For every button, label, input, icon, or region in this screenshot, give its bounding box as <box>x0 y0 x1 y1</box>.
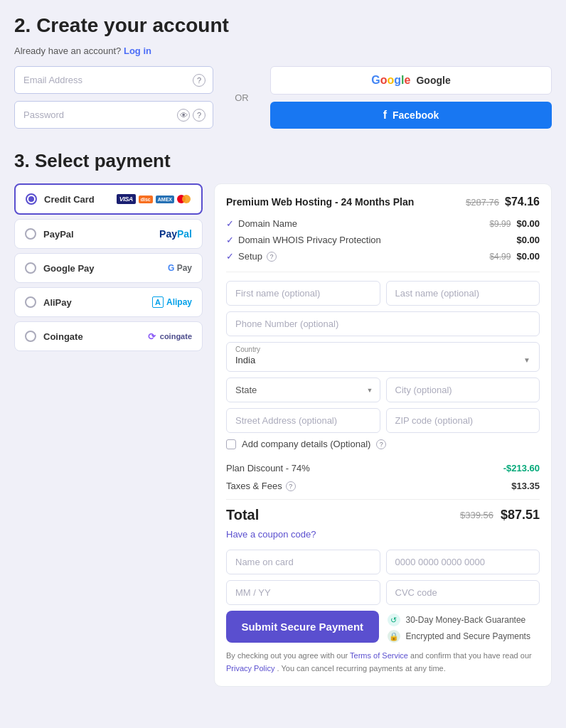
gpay-logo: G Pay <box>168 263 192 273</box>
payment-method-credit-card[interactable]: Credit Card VISA disc AMEX <box>14 183 203 215</box>
plan-name: Premium Web Hosting - 24 Months Plan <box>226 196 414 208</box>
discount-row: Plan Discount - 74% -$213.60 <box>226 459 540 477</box>
state-city-row: State <box>226 378 540 402</box>
alipay-logo-wrap: A Alipay <box>152 296 192 308</box>
paypal-label: PayPal <box>43 229 152 240</box>
submit-button[interactable]: Submit Secure Payment <box>226 611 379 643</box>
plan-prices: $287.76 $74.16 <box>466 196 540 208</box>
feature-domain: ✓ Domain Name $9.99 $0.00 <box>226 215 540 232</box>
country-chevron-icon: ▼ <box>523 356 530 364</box>
mastercard-logo <box>177 194 191 204</box>
feature-domain-name: Domain Name <box>238 218 297 229</box>
credit-card-label: Credit Card <box>44 194 110 205</box>
section2-title: 2. Create your account <box>14 14 552 37</box>
domain-old-price: $9.99 <box>489 219 511 229</box>
amex-logo: AMEX <box>156 196 174 203</box>
total-old-price: $339.56 <box>460 510 493 520</box>
or-divider: OR <box>228 92 256 103</box>
company-label: Add company details (Optional) <box>242 439 370 449</box>
email-help-icon[interactable]: ? <box>193 74 205 87</box>
money-back-icon: ↺ <box>388 614 400 626</box>
company-checkbox-row: Add company details (Optional) ? <box>226 439 540 449</box>
feature-whois-name: Domain WHOIS Privacy Protection <box>238 235 381 245</box>
paypal-logo-wrap: PayPal <box>159 228 192 240</box>
coingate-text: coingate <box>160 332 192 341</box>
paypal-logo: PayPal <box>159 228 192 240</box>
feature-whois: ✓ Domain WHOIS Privacy Protection $0.00 <box>226 232 540 248</box>
submit-section: Submit Secure Payment ↺ 30-Day Money-Bac… <box>226 611 540 650</box>
payment-method-paypal[interactable]: PayPal PayPal <box>14 219 203 249</box>
card-expiry-cvc-row <box>226 580 540 605</box>
password-eye-icon[interactable]: 👁 <box>177 109 190 122</box>
setup-info-icon[interactable]: ? <box>267 252 277 262</box>
google-pay-radio <box>25 262 36 274</box>
google-g-icon: Google <box>371 74 410 87</box>
domain-new-price: $0.00 <box>516 218 540 229</box>
plan-original-price: $287.76 <box>466 197 499 208</box>
feature-setup: ✓ Setup ? $4.99 $0.00 <box>226 248 540 264</box>
last-name-input[interactable] <box>386 281 540 306</box>
card-name-number-row <box>226 550 540 574</box>
email-icons: ? <box>193 74 205 87</box>
state-select[interactable]: State <box>226 378 380 402</box>
coingate-logo-wrap: ⟳ coingate <box>148 331 192 342</box>
street-input[interactable] <box>226 408 380 433</box>
already-have-text: Already have an account? Log in <box>14 46 552 56</box>
country-select-wrap: Country India United States United Kingd… <box>226 342 540 372</box>
check-icon-setup: ✓ <box>226 251 234 262</box>
social-buttons: Google Google f Facebook <box>270 66 552 129</box>
section3-title: 3. Select payment <box>14 150 552 172</box>
google-button[interactable]: Google Google <box>270 66 552 95</box>
zip-input[interactable] <box>386 408 540 433</box>
first-name-input[interactable] <box>226 281 380 306</box>
money-back-label: 30-Day Money-Back Guarantee <box>406 615 526 625</box>
google-pay-label: Google Pay <box>43 263 161 274</box>
whois-new-price: $0.00 <box>516 235 540 245</box>
coingate-label: Coingate <box>43 331 141 342</box>
login-link[interactable]: Log in <box>124 46 151 56</box>
coupon-link[interactable]: Have a coupon code? <box>226 529 540 540</box>
coingate-icon: ⟳ <box>148 331 156 342</box>
card-cvc-input[interactable] <box>386 580 540 605</box>
privacy-policy-link[interactable]: Privacy Policy <box>226 664 274 673</box>
country-select[interactable]: India United States United Kingdom <box>235 355 520 365</box>
state-select-wrap: State <box>226 378 380 402</box>
payment-method-coingate[interactable]: Coingate ⟳ coingate <box>14 321 203 351</box>
secure-payment-label: Encrypted and Secure Payments <box>406 631 530 641</box>
payment-details-panel: Premium Web Hosting - 24 Months Plan $28… <box>214 183 552 687</box>
discount-value: -$213.60 <box>503 463 540 473</box>
card-expiry-input[interactable] <box>226 580 380 605</box>
total-label: Total <box>226 507 259 523</box>
check-icon-whois: ✓ <box>226 235 234 245</box>
total-row: Total $339.56 $87.51 <box>226 499 540 529</box>
credit-card-radio <box>26 193 37 205</box>
payment-method-google-pay[interactable]: Google Pay G Pay <box>14 253 203 283</box>
card-name-input[interactable] <box>226 550 380 574</box>
money-back-badge: ↺ 30-Day Money-Back Guarantee <box>388 614 540 626</box>
terms-of-service-link[interactable]: Terms of Service <box>350 651 408 660</box>
facebook-icon: f <box>383 109 387 122</box>
account-inputs: ? 👁 ? <box>14 66 213 129</box>
taxes-info-icon[interactable]: ? <box>286 481 296 491</box>
credit-card-logos: VISA disc AMEX <box>117 194 191 204</box>
company-info-icon[interactable]: ? <box>376 439 386 449</box>
taxes-label: Taxes & Fees ? <box>226 481 296 491</box>
plan-current-price: $74.16 <box>505 196 540 208</box>
taxes-value: $13.35 <box>511 481 540 491</box>
city-input[interactable] <box>386 378 540 402</box>
phone-field-wrap <box>226 311 540 336</box>
email-input-wrap: ? <box>14 66 213 94</box>
terms-text: By checking out you agree with our Terms… <box>226 650 540 675</box>
email-input[interactable] <box>15 67 213 93</box>
address-row <box>226 408 540 433</box>
facebook-button[interactable]: f Facebook <box>270 102 552 129</box>
alipay-logo: A <box>152 296 164 308</box>
security-badges: ↺ 30-Day Money-Back Guarantee 🔒 Encrypte… <box>388 611 540 643</box>
card-number-input[interactable] <box>386 550 540 574</box>
alipay-radio <box>25 296 36 308</box>
password-help-icon[interactable]: ? <box>193 109 205 122</box>
coingate-radio <box>25 331 36 342</box>
payment-method-alipay[interactable]: AliPay A Alipay <box>14 287 203 317</box>
company-checkbox[interactable] <box>226 439 236 449</box>
phone-input[interactable] <box>226 311 540 336</box>
